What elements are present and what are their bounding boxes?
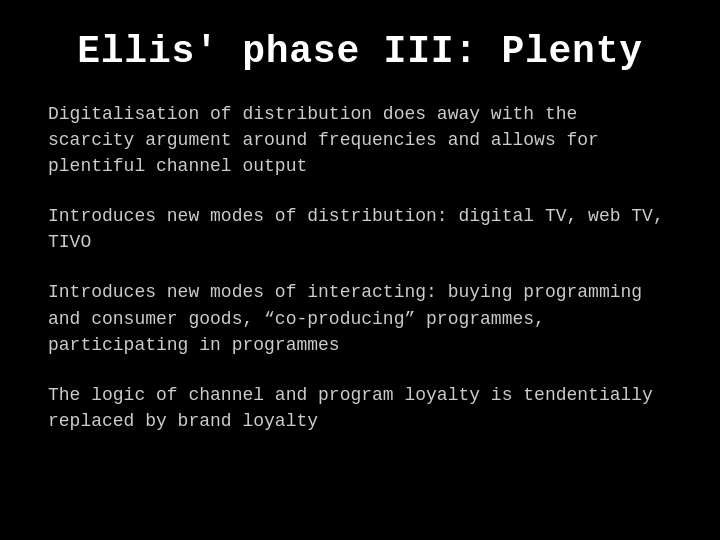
paragraph-4: The logic of channel and program loyalty… — [48, 382, 672, 434]
paragraph-2: Introduces new modes of distribution: di… — [48, 203, 672, 255]
slide-title: Ellis' phase III: Plenty — [48, 30, 672, 73]
paragraph-3: Introduces new modes of interacting: buy… — [48, 279, 672, 357]
paragraph-1: Digitalisation of distribution does away… — [48, 101, 672, 179]
slide-container: Ellis' phase III: Plenty Digitalisation … — [0, 0, 720, 540]
